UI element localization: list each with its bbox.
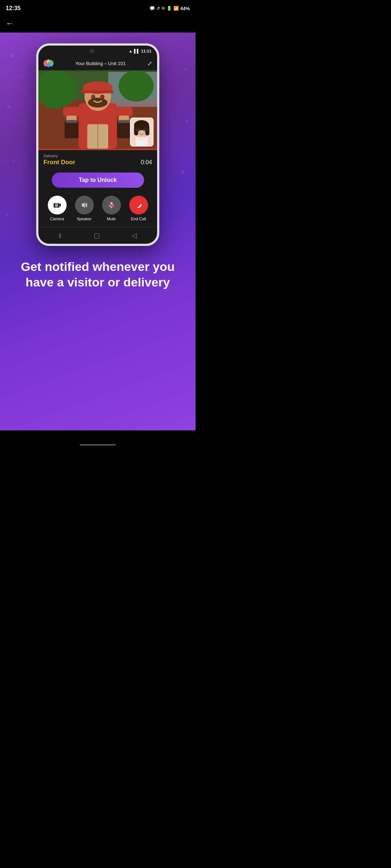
svg-point-8	[119, 71, 154, 102]
speaker-label: Speaker	[77, 217, 92, 221]
recents-icon[interactable]: ⫿	[59, 232, 62, 239]
camera-control[interactable]: Camera	[48, 196, 67, 221]
status-time: 12:35	[6, 5, 21, 12]
status-bar: 12:35 💬 ↺ ✉ 🔋 📶 44%	[0, 0, 196, 16]
bottom-indicator	[80, 444, 116, 446]
phone-inner-time: 11:11	[141, 49, 151, 53]
phone-camera	[90, 49, 94, 53]
status-icons: 💬 ↺ ✉ 🔋 📶 44%	[150, 6, 190, 11]
camera-label: Camera	[50, 217, 64, 221]
back-button[interactable]: ←	[6, 19, 14, 28]
notification-icon: ✉	[161, 6, 165, 11]
message-icon: 💬	[150, 6, 155, 11]
butterfly-logo-icon	[43, 59, 54, 67]
svg-point-3	[47, 62, 50, 67]
svg-rect-22	[117, 121, 131, 138]
camera-icon	[53, 201, 62, 209]
svg-point-34	[136, 128, 139, 131]
svg-rect-18	[115, 107, 133, 116]
call-timer: 0:04	[141, 159, 152, 166]
delivery-location-row: Front Door 0:04	[43, 159, 152, 166]
end-call-label: End Call	[131, 217, 146, 221]
back-nav-icon[interactable]: ◁	[132, 231, 137, 239]
delivery-location: Front Door	[43, 159, 75, 166]
phone-signal-icon: ▌▌	[134, 49, 140, 53]
home-icon[interactable]: ▢	[94, 231, 100, 239]
battery-icon: 🔋	[167, 6, 172, 11]
battery-percent: 44%	[180, 6, 190, 11]
svg-point-41	[56, 205, 57, 206]
phone-mockup: ▲ ▌▌ 11:11 Your Building – Unit 101 ⤢	[36, 43, 159, 246]
tap-to-unlock-button[interactable]: Tap to Unlock	[52, 173, 144, 188]
top-nav: ←	[0, 16, 196, 33]
svg-rect-21	[64, 121, 79, 138]
speaker-control[interactable]: Speaker	[75, 196, 94, 221]
hero-text: Get notified whenever you have a visitor…	[7, 259, 188, 290]
mute-control[interactable]: Mute	[102, 196, 121, 221]
svg-marker-42	[82, 202, 85, 208]
end-call-icon-circle	[129, 196, 148, 214]
end-call-control[interactable]: End Call	[129, 196, 148, 221]
phone-status-bar: ▲ ▌▌ 11:11	[38, 46, 157, 56]
main-content: ▲ ▌▌ 11:11 Your Building – Unit 101 ⤢	[0, 33, 196, 430]
call-controls: Camera Speaker	[38, 191, 157, 227]
phone-wifi-icon: ▲	[129, 49, 133, 53]
self-view	[130, 118, 154, 146]
delivery-label: Delivery	[43, 154, 152, 158]
call-info-area: Delivery Front Door 0:04	[38, 150, 157, 169]
phone-status-right: ▲ ▌▌ 11:11	[129, 49, 151, 53]
svg-rect-24	[118, 120, 130, 123]
video-area	[38, 71, 157, 150]
camera-icon-circle	[48, 196, 67, 214]
self-view-video	[131, 118, 153, 146]
bottom-bar	[0, 430, 196, 459]
sync-icon: ↺	[156, 6, 160, 11]
mute-label: Mute	[107, 217, 115, 221]
mute-icon-circle	[102, 196, 121, 214]
svg-rect-17	[63, 107, 80, 116]
svg-rect-13	[80, 90, 114, 93]
mute-icon	[108, 201, 115, 209]
end-call-icon	[134, 201, 143, 209]
svg-rect-37	[138, 137, 146, 140]
svg-rect-23	[66, 120, 77, 123]
expand-icon[interactable]: ⤢	[147, 60, 152, 67]
unlock-btn-container: Tap to Unlock	[38, 169, 157, 191]
phone-app-header: Your Building – Unit 101 ⤢	[38, 56, 157, 71]
speaker-icon-circle	[75, 196, 94, 214]
phone-app-title: Your Building – Unit 101	[75, 61, 126, 66]
svg-point-35	[144, 128, 147, 131]
svg-marker-39	[59, 203, 61, 207]
app-logo	[43, 59, 54, 67]
wifi-icon: 📶	[173, 6, 179, 11]
speaker-icon	[80, 201, 88, 209]
phone-nav-bar: ⫿ ▢ ◁	[38, 227, 157, 244]
